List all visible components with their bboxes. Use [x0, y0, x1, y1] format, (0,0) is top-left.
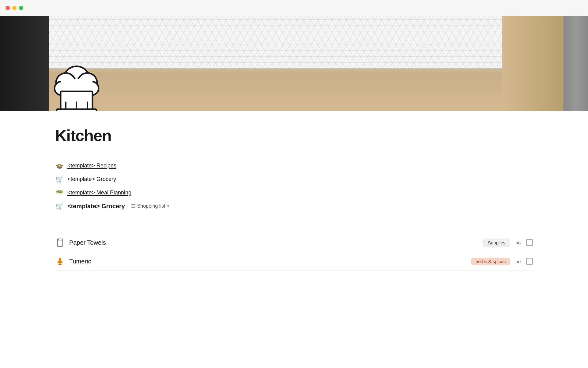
- kitchen-center: [49, 16, 502, 111]
- view-selector[interactable]: ☰ Shopping list ▾: [129, 202, 172, 210]
- paper-towels-checkbox[interactable]: [526, 239, 533, 246]
- page-content: Kitchen 🍲 <template> Recipes 🛒 <template…: [0, 111, 588, 295]
- no-label: no: [513, 239, 523, 247]
- hero-banner: [0, 16, 588, 111]
- turmeric-checkbox[interactable]: [526, 258, 533, 265]
- table-row: Paper Towels Supplies no: [55, 233, 533, 252]
- list-icon: ☰: [131, 203, 135, 209]
- chef-hat-container: [49, 61, 104, 111]
- nav-item-grocery[interactable]: 🛒 <template> Grocery: [55, 173, 533, 185]
- page-title: Kitchen: [55, 126, 533, 145]
- grocery-active-icon: 🛒: [55, 202, 64, 210]
- table-body: Paper Towels Supplies no: [55, 233, 533, 271]
- close-button[interactable]: [6, 6, 10, 10]
- chevron-down-icon: ▾: [167, 204, 169, 208]
- recipes-link-text[interactable]: <template> Recipes: [67, 163, 116, 169]
- window-chrome: [0, 0, 588, 16]
- meal-planning-link-text[interactable]: <template> Meal Planning: [67, 190, 131, 196]
- turmeric-text: Tumeric: [69, 258, 471, 265]
- left-appliance: [0, 16, 49, 111]
- paper-towels-text: Paper Towels: [69, 239, 483, 246]
- no-label: no: [513, 258, 523, 265]
- right-appliance: [502, 16, 588, 111]
- active-grocery-text: <template> Grocery: [67, 203, 125, 210]
- nav-item-meal-planning[interactable]: 🥗 <template> Meal Planning: [55, 186, 533, 199]
- active-nav-grocery: 🛒 <template> Grocery ☰ Shopping list ▾: [55, 200, 533, 212]
- paper-towels-actions: Supplies no: [483, 239, 533, 247]
- main-content: Kitchen 🍲 <template> Recipes 🛒 <template…: [0, 16, 588, 295]
- grocery-icon: 🛒: [55, 175, 64, 183]
- herbs-spices-tag: herbs & spices: [471, 258, 510, 265]
- view-selector-label: Shopping list: [137, 203, 165, 209]
- recipes-icon: 🍲: [55, 161, 64, 170]
- svg-point-17: [58, 264, 62, 265]
- table-divider: [55, 227, 533, 227]
- nav-links: 🍲 <template> Recipes 🛒 <template> Grocer…: [55, 159, 533, 215]
- grocery-link-text[interactable]: <template> Grocery: [67, 176, 116, 182]
- supplies-tag: Supplies: [483, 239, 510, 247]
- meal-planning-icon: 🥗: [55, 188, 64, 197]
- chef-hat-icon: [49, 61, 104, 111]
- maximize-button[interactable]: [19, 6, 23, 10]
- turmeric-actions: herbs & spices no: [471, 258, 533, 265]
- minimize-button[interactable]: [12, 6, 17, 10]
- paper-towels-icon: [55, 238, 65, 247]
- table-row: Tumeric herbs & spices no: [55, 252, 533, 271]
- turmeric-icon: [55, 256, 65, 266]
- svg-rect-7: [57, 109, 96, 111]
- nav-item-recipes[interactable]: 🍲 <template> Recipes: [55, 159, 533, 172]
